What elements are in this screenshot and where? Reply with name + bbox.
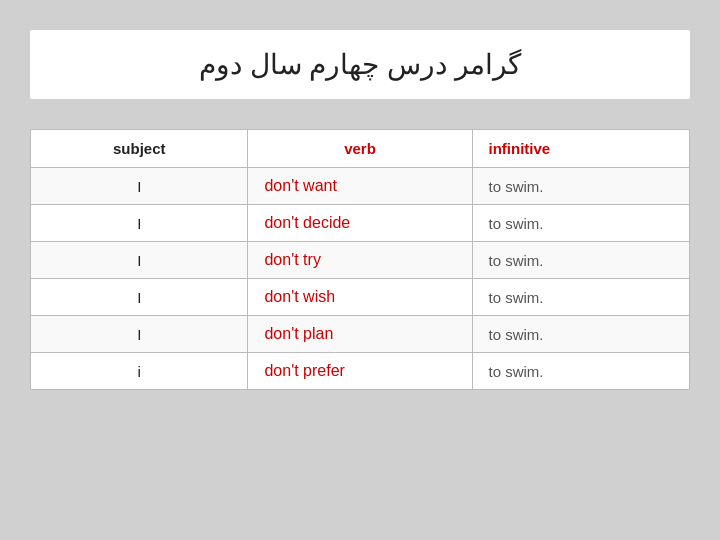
grammar-table: subject verb infinitive Idon't wantto sw… [30,129,690,390]
cell-subject: I [31,168,248,205]
cell-infinitive: to swim. [472,353,689,390]
cell-infinitive: to swim. [472,279,689,316]
cell-verb: don't try [248,242,472,279]
header-subject: subject [31,130,248,168]
cell-verb: don't prefer [248,353,472,390]
table-container: subject verb infinitive Idon't wantto sw… [30,129,690,390]
cell-infinitive: to swim. [472,242,689,279]
page-title: گرامر درس چهارم سال دوم [199,49,521,80]
table-row: Idon't tryto swim. [31,242,690,279]
table-row: Idon't decideto swim. [31,205,690,242]
cell-subject: I [31,205,248,242]
cell-infinitive: to swim. [472,168,689,205]
cell-verb: don't want [248,168,472,205]
cell-infinitive: to swim. [472,316,689,353]
cell-infinitive: to swim. [472,205,689,242]
table-row: Idon't planto swim. [31,316,690,353]
table-row: Idon't wishto swim. [31,279,690,316]
table-header-row: subject verb infinitive [31,130,690,168]
cell-subject: I [31,316,248,353]
cell-verb: don't wish [248,279,472,316]
cell-subject: I [31,242,248,279]
cell-verb: don't decide [248,205,472,242]
cell-subject: I [31,279,248,316]
cell-verb: don't plan [248,316,472,353]
header-verb: verb [248,130,472,168]
header-infinitive: infinitive [472,130,689,168]
title-box: گرامر درس چهارم سال دوم [30,30,690,99]
table-row: Idon't wantto swim. [31,168,690,205]
cell-subject: i [31,353,248,390]
table-row: idon't preferto swim. [31,353,690,390]
